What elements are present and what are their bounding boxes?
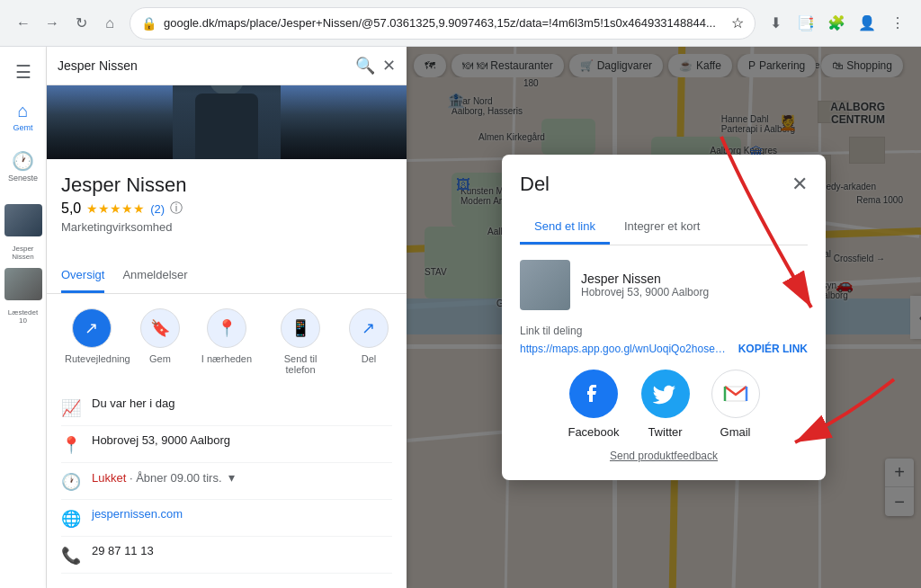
share-icons: Facebook Twitter: [520, 370, 808, 439]
action-save[interactable]: 🔖 Gem: [140, 308, 180, 375]
back-button[interactable]: ←: [11, 11, 36, 36]
share-link-text: https://maps.app.goo.gl/wnUoqiQo2hosemeX…: [520, 343, 731, 355]
extensions-button[interactable]: 🧩: [824, 11, 849, 36]
gmail-label: Gmail: [720, 425, 751, 439]
address-bar[interactable]: 🔒 google.dk/maps/place/Jesper+Nissen/@57…: [130, 7, 756, 40]
send-phone-icon: 📱: [281, 308, 320, 348]
modal-tabs: Send et link Integrer et kort: [520, 210, 808, 245]
clock-detail-icon: 🕐: [61, 472, 81, 492]
star-icon[interactable]: ☆: [731, 14, 744, 31]
browser-chrome: ← → ↻ ⌂ 🔒 google.dk/maps/place/Jesper+Ni…: [0, 0, 921, 47]
sidebar-item-menu[interactable]: ☰: [3, 54, 44, 90]
save-icon: 🔖: [140, 308, 180, 348]
globe-icon: 🌐: [61, 509, 81, 529]
detail-hours[interactable]: 🕐 Lukket · Åbner 09.00 tirs. ▾: [61, 463, 392, 500]
clock-icon: 🕐: [12, 150, 34, 172]
share-icon: ↗: [349, 308, 389, 348]
downloads-button[interactable]: ⬇: [763, 11, 788, 36]
detail-website[interactable]: 🌐 jespernissen.com: [61, 500, 392, 537]
hours-expand-icon[interactable]: ▾: [228, 470, 235, 485]
detail-phone: 📞 29 87 11 13: [61, 537, 392, 574]
home-button[interactable]: ⌂: [97, 11, 122, 36]
modal-tab-embed[interactable]: Integrer et kort: [610, 210, 715, 245]
modal-place-preview: Jesper Nissen Hobrovej 53, 9000 Aalborg: [520, 260, 808, 310]
browser-actions: ⬇ 📑 🧩 👤 ⋮: [763, 11, 910, 36]
action-share[interactable]: ↗ Del: [349, 308, 389, 375]
rating-info-icon[interactable]: ⓘ: [170, 200, 183, 217]
share-gmail[interactable]: Gmail: [711, 370, 760, 439]
forward-button[interactable]: →: [40, 11, 65, 36]
place-tabs: Oversigt Anmeldelser: [47, 259, 407, 294]
detail-address: 📍 Hobrovej 53, 9000 Aalborg: [61, 426, 392, 463]
sidebar-thumb-1[interactable]: [4, 204, 42, 236]
tab-oversigt[interactable]: Oversigt: [61, 259, 104, 293]
review-count[interactable]: (2): [150, 202, 165, 216]
link-section-label: Link til deling: [520, 325, 808, 337]
hours-status: Lukket: [92, 471, 126, 485]
sidebar-thumb-2[interactable]: [4, 268, 42, 300]
rating-stars: ★★★★★: [86, 201, 145, 216]
send-phone-label: Send til telefon: [273, 353, 327, 375]
hours-text: Lukket · Åbner 09.00 tirs. ▾: [92, 470, 392, 485]
sidebar-thumb-2-label: Læstedet10: [8, 308, 38, 325]
hours-sub: · Åbner 09.00 tirs.: [130, 471, 222, 485]
copy-link-button[interactable]: KOPIÉR LINK: [738, 343, 808, 355]
recent-label: Seneste: [8, 174, 38, 183]
facebook-icon: [569, 370, 618, 418]
share-twitter[interactable]: Twitter: [641, 370, 690, 439]
phone-icon: 📞: [61, 546, 81, 566]
link-row: https://maps.app.goo.gl/wnUoqiQo2hosemeX…: [520, 343, 808, 355]
sidebar-thumbnails: JesperNissen Læstedet10: [4, 200, 42, 325]
place-name: Jesper Nissen: [61, 174, 392, 197]
search-input[interactable]: [58, 58, 348, 73]
nearby-icon: 📍: [207, 308, 246, 348]
modal-tab-send-link[interactable]: Send et link: [520, 210, 610, 245]
nearby-label: I nærheden: [201, 353, 252, 364]
bookmark-button[interactable]: 📑: [793, 11, 818, 36]
route-icon: ↗: [72, 308, 112, 348]
menu-button[interactable]: ⋮: [885, 11, 910, 36]
rating-number: 5,0: [61, 200, 81, 217]
menu-icon: ☰: [15, 61, 31, 83]
twitter-icon: [641, 370, 690, 418]
preview-image: [520, 260, 570, 310]
place-details: 📈 Du var her i dag 📍 Hobrovej 53, 9000 A…: [47, 389, 407, 588]
map-area[interactable]: AALBORGCENTRUM Borgerservice → Hanne Dah…: [407, 47, 921, 588]
nav-buttons: ← → ↻ ⌂: [11, 11, 122, 36]
modal-title: Del: [520, 173, 550, 196]
share-modal: Del ✕ Send et link Integrer et kort Jesp…: [502, 155, 826, 480]
preview-info: Jesper Nissen Hobrovej 53, 9000 Aalborg: [581, 272, 709, 298]
home-icon: ⌂: [17, 101, 28, 121]
route-label: Rutevejledning: [65, 353, 119, 364]
modal-header: Del ✕: [520, 173, 808, 196]
search-panel: 🔍 ✕ Jesper Nissen 5,0 ★★★★★ (2) ⓘ Market…: [47, 47, 407, 588]
action-send-phone[interactable]: 📱 Send til telefon: [273, 308, 327, 375]
modal-overlay[interactable]: Del ✕ Send et link Integrer et kort Jesp…: [407, 47, 921, 588]
share-label: Del: [362, 353, 377, 364]
modal-close-button[interactable]: ✕: [791, 173, 808, 196]
website-link[interactable]: jespernissen.com: [92, 507, 392, 521]
feedback-link[interactable]: Send produktfeedback: [520, 450, 808, 462]
action-route[interactable]: ↗ Rutevejledning: [65, 308, 119, 375]
tab-anmeldelser[interactable]: Anmeldelser: [122, 259, 187, 293]
sidebar-item-home[interactable]: ⌂ Gemt: [3, 94, 44, 139]
search-clear-button[interactable]: ✕: [382, 56, 396, 76]
gmail-icon: [711, 370, 760, 418]
action-nearby[interactable]: 📍 I nærheden: [201, 308, 252, 375]
reload-button[interactable]: ↻: [68, 11, 94, 36]
search-button[interactable]: 🔍: [355, 56, 375, 76]
place-info: Jesper Nissen 5,0 ★★★★★ (2) ⓘ Marketingv…: [47, 159, 407, 259]
main-layout: ☰ ⌂ Gemt 🕐 Seneste JesperNissen Læstedet…: [0, 47, 921, 588]
preview-address: Hobrovej 53, 9000 Aalborg: [581, 286, 709, 298]
profile-button[interactable]: 👤: [854, 11, 880, 36]
place-category: Marketingvirksomhed: [61, 220, 392, 234]
pin-icon: 📍: [61, 435, 81, 455]
detail-recent: 📈 Du var her i dag: [61, 389, 392, 426]
search-bar: 🔍 ✕: [47, 47, 407, 85]
url-text: google.dk/maps/place/Jesper+Nissen/@57.0…: [164, 16, 724, 30]
lock-icon: 🔒: [141, 16, 156, 31]
feedback-anchor[interactable]: Send produktfeedback: [610, 450, 718, 462]
save-label: Gem: [149, 353, 171, 364]
sidebar-item-recent[interactable]: 🕐 Seneste: [3, 143, 44, 190]
share-facebook[interactable]: Facebook: [568, 370, 619, 439]
